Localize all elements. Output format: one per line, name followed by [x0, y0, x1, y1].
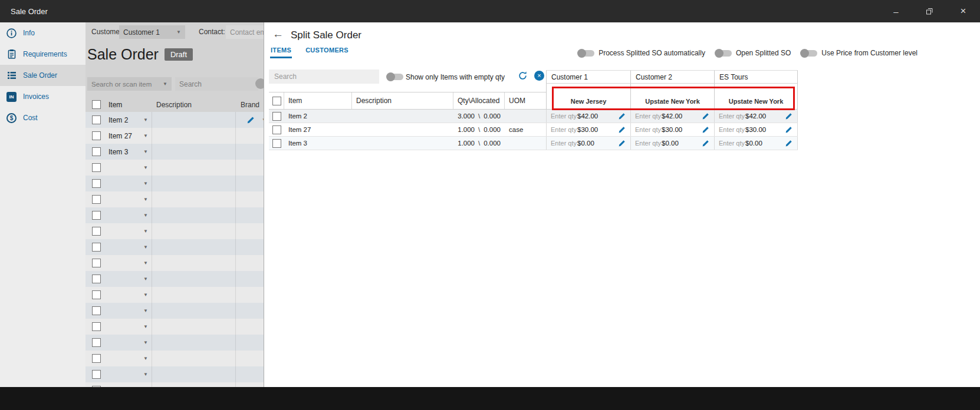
item-description-cell[interactable]: [152, 351, 236, 366]
row-checkbox[interactable]: [272, 139, 281, 148]
enter-qty-placeholder[interactable]: Enter qty: [715, 126, 745, 133]
item-description-cell[interactable]: [152, 144, 236, 160]
qty-entry-cell[interactable]: Enter qty$0.00: [714, 137, 798, 150]
restore-button[interactable]: [913, 0, 946, 22]
chevron-down-icon[interactable]: ▼: [143, 293, 148, 297]
item-description-cell[interactable]: [152, 160, 236, 176]
row-checkbox[interactable]: [92, 195, 101, 204]
enter-qty-placeholder[interactable]: Enter qty: [631, 126, 662, 133]
enter-qty-placeholder[interactable]: Enter qty: [715, 113, 745, 120]
item-description-cell[interactable]: [152, 207, 236, 223]
row-checkbox[interactable]: [92, 243, 101, 252]
edit-pencil-icon[interactable]: [618, 140, 626, 147]
item-description-cell[interactable]: [152, 255, 236, 271]
row-checkbox[interactable]: [92, 322, 101, 331]
chevron-down-icon[interactable]: ▼: [143, 166, 148, 170]
row-checkbox[interactable]: [92, 259, 101, 267]
qty-entry-cell[interactable]: Enter qty$42.00: [714, 110, 798, 123]
qty-entry-cell[interactable]: Enter qty$42.00: [630, 110, 714, 123]
close-button[interactable]: ×: [946, 0, 980, 22]
column-header-item[interactable]: Item: [284, 92, 352, 109]
minimize-button[interactable]: –: [879, 0, 913, 22]
item-description-cell[interactable]: [152, 223, 236, 239]
item-description-cell[interactable]: [152, 112, 236, 128]
row-checkbox[interactable]: [92, 354, 101, 363]
row-checkbox[interactable]: [92, 163, 101, 172]
edit-pencil-icon[interactable]: [785, 113, 792, 120]
enter-qty-placeholder[interactable]: Enter qty: [547, 126, 577, 133]
chevron-down-icon[interactable]: ▼: [143, 372, 148, 377]
split-table-row[interactable]: Item 27 1.000\0.000 case Enter qty$30.00…: [269, 123, 798, 137]
column-header-item[interactable]: Item: [105, 101, 152, 109]
edit-pencil-icon[interactable]: [618, 126, 626, 134]
edit-pencil-icon[interactable]: [702, 126, 709, 134]
sidebar-item-invoices[interactable]: IN Invoices: [0, 86, 85, 107]
chevron-down-icon[interactable]: ▼: [143, 229, 148, 234]
edit-pencil-icon[interactable]: [785, 126, 792, 134]
customer-dropdown[interactable]: Customer 1 ▼: [119, 25, 185, 39]
item-description-cell[interactable]: [152, 287, 236, 303]
sidebar-item-sale-order[interactable]: Sale Order: [0, 65, 85, 86]
qty-entry-cell[interactable]: Enter qty$30.00: [630, 123, 714, 136]
qty-entry-cell[interactable]: Enter qty$30.00: [714, 123, 798, 136]
item-scan-combobox[interactable]: Search or scan item ▼: [87, 77, 172, 91]
chevron-down-icon[interactable]: ▼: [143, 340, 148, 345]
column-header-qty-allocated[interactable]: Qty\Allocated: [453, 92, 505, 109]
toggle-switch[interactable]: [716, 50, 732, 57]
enter-qty-placeholder[interactable]: Enter qty: [631, 113, 662, 120]
qty-entry-cell[interactable]: Enter qty$30.00: [546, 123, 630, 136]
item-search-input[interactable]: [175, 77, 258, 91]
select-all-checkbox[interactable]: [92, 100, 101, 109]
toggle-switch[interactable]: [578, 50, 594, 57]
row-checkbox[interactable]: [92, 131, 101, 140]
column-header-uom[interactable]: UOM: [505, 92, 546, 109]
item-description-cell[interactable]: [152, 335, 236, 351]
row-checkbox[interactable]: [92, 211, 101, 220]
tab-customers[interactable]: CUSTOMERS: [305, 47, 349, 58]
item-description-cell[interactable]: [152, 271, 236, 287]
chevron-down-icon[interactable]: ▼: [143, 245, 148, 250]
row-checkbox[interactable]: [92, 338, 101, 347]
chevron-down-icon[interactable]: ▼: [143, 309, 148, 313]
chevron-down-icon[interactable]: ▼: [143, 277, 148, 282]
column-header-description[interactable]: Description: [352, 92, 453, 109]
item-description-cell[interactable]: [152, 303, 236, 319]
row-checkbox[interactable]: [92, 227, 101, 236]
customer-column-header[interactable]: Customer 1: [546, 70, 630, 84]
back-arrow-icon[interactable]: ←: [272, 28, 284, 41]
edit-pencil-icon[interactable]: [702, 140, 709, 147]
qty-entry-cell[interactable]: Enter qty$0.00: [630, 137, 714, 150]
chevron-down-icon[interactable]: ▼: [143, 261, 148, 266]
row-checkbox[interactable]: [92, 275, 101, 283]
row-checkbox[interactable]: [92, 115, 101, 124]
enter-qty-placeholder[interactable]: Enter qty: [547, 140, 577, 147]
row-checkbox[interactable]: [92, 306, 101, 315]
tab-items[interactable]: ITEMS: [270, 47, 292, 58]
chevron-down-icon[interactable]: ▼: [143, 197, 148, 202]
item-description-cell[interactable]: [152, 239, 236, 255]
customer-column-header[interactable]: Customer 2: [630, 70, 714, 84]
chevron-down-icon[interactable]: ▼: [143, 134, 148, 138]
select-all-checkbox[interactable]: [272, 97, 281, 105]
enter-qty-placeholder[interactable]: Enter qty: [631, 140, 662, 147]
chevron-down-icon[interactable]: ▼: [143, 181, 148, 186]
sidebar-item-cost[interactable]: $ Cost: [0, 107, 85, 128]
split-table-row[interactable]: Item 3 1.000\0.000 Enter qty$0.00 Enter …: [269, 137, 798, 150]
row-checkbox[interactable]: [92, 147, 101, 156]
sidebar-item-requirements[interactable]: Requirements: [0, 44, 85, 65]
edit-pencil-icon[interactable]: [618, 113, 626, 120]
row-checkbox[interactable]: [92, 370, 101, 379]
row-checkbox[interactable]: [272, 125, 281, 134]
qty-entry-cell[interactable]: Enter qty$42.00: [546, 110, 630, 123]
sidebar-item-info[interactable]: Info: [0, 22, 85, 44]
item-description-cell[interactable]: [152, 366, 236, 382]
item-description-cell[interactable]: [152, 382, 236, 387]
chevron-down-icon[interactable]: ▼: [143, 150, 148, 154]
enter-qty-placeholder[interactable]: Enter qty: [715, 140, 745, 147]
chevron-down-icon[interactable]: ▼: [143, 356, 148, 361]
split-table-row[interactable]: Item 2 3.000\0.000 Enter qty$42.00 Enter…: [269, 110, 798, 123]
edit-pencil-icon[interactable]: [702, 113, 709, 120]
row-checkbox[interactable]: [92, 290, 101, 299]
enter-qty-placeholder[interactable]: Enter qty: [547, 113, 577, 120]
chevron-down-icon[interactable]: ▼: [143, 118, 148, 123]
